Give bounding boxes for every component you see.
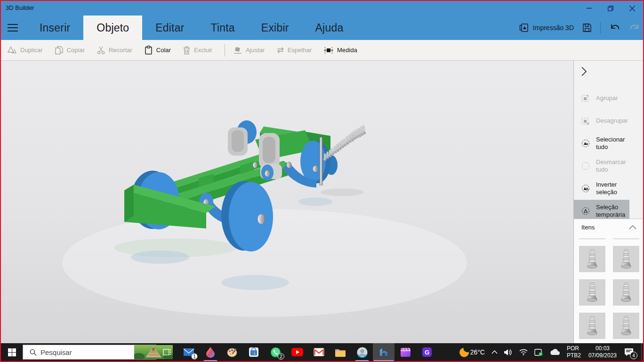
paint-palette-icon <box>227 347 238 357</box>
chevron-up-icon[interactable] <box>629 225 636 229</box>
taskbar-app-file-explorer[interactable] <box>330 343 351 361</box>
desmarcar-tudo-button[interactable]: Desmarcar tudo <box>574 155 629 177</box>
item-thumbnail-screw[interactable] <box>613 279 639 306</box>
wifi-button[interactable] <box>516 343 531 361</box>
taskbar-search[interactable] <box>23 345 156 360</box>
clipchamp-icon <box>400 347 411 357</box>
select-all-icon <box>581 139 590 148</box>
taskbar-app-gmail[interactable] <box>308 343 330 361</box>
espelhar-button[interactable]: ⇄ Espelhar <box>277 46 312 54</box>
save-icon <box>582 23 592 32</box>
phone-link-button[interactable] <box>531 343 546 361</box>
item-thumbnail-screw[interactable] <box>579 279 605 306</box>
taskbar-app-paint[interactable] <box>221 343 243 361</box>
titlebar: 3D Builder <box>1 1 643 16</box>
g-app-icon: G <box>422 347 432 357</box>
ajustar-button[interactable]: Ajustar <box>233 46 265 54</box>
item-thumbnail-screw[interactable] <box>613 246 639 272</box>
menubar-divider <box>600 22 601 34</box>
taskbar-app-whatsapp[interactable]: 2 <box>265 343 286 361</box>
save-button[interactable] <box>582 23 592 32</box>
mirror-icon: ⇄ <box>277 46 283 54</box>
collapse-panel-button[interactable] <box>580 66 592 78</box>
ungroup-icon <box>581 117 590 125</box>
print3d-button[interactable]: Impressão 3D <box>519 23 574 32</box>
item-thumbnail-screw[interactable] <box>579 246 605 272</box>
close-button[interactable] <box>621 1 643 16</box>
desagrupar-button[interactable]: Desagrupar <box>574 110 629 132</box>
invert-selection-icon <box>581 184 590 193</box>
clock[interactable]: 00:03 07/09/2023 <box>585 345 620 359</box>
weather-button[interactable]: 26°C <box>456 343 488 361</box>
tab-inserir[interactable]: Inserir <box>26 16 83 40</box>
hamburger-menu-icon[interactable] <box>8 24 18 31</box>
moon-weather-icon <box>459 347 469 357</box>
copiar-button[interactable]: Copiar <box>55 46 85 55</box>
redo-button[interactable] <box>629 23 640 33</box>
undo-button[interactable] <box>609 23 620 33</box>
search-input[interactable] <box>37 348 134 356</box>
restore-button[interactable] <box>600 1 621 16</box>
taskbar-app-store[interactable] <box>243 343 265 361</box>
colar-button[interactable]: Colar <box>145 46 171 55</box>
excluir-button[interactable]: Excluir <box>183 46 212 55</box>
taskbar: 1 2 <box>1 343 643 361</box>
recortar-button[interactable]: Recortar <box>97 46 132 55</box>
item-thumbnail-screw[interactable] <box>613 313 639 339</box>
language-indicator[interactable]: POR PTB2 <box>563 345 585 359</box>
volume-button[interactable] <box>501 343 516 361</box>
colar-label: Colar <box>156 47 171 54</box>
wifi-icon <box>519 349 528 355</box>
tab-objeto[interactable]: Objeto <box>83 16 142 40</box>
start-button[interactable] <box>1 343 23 361</box>
gmail-icon <box>314 348 324 356</box>
itens-header: Itens <box>574 219 643 234</box>
selection-sidebar: Agrupar Desagrupar Selecionar tudo Desma… <box>573 61 643 343</box>
inverter-selecao-button[interactable]: Inverter seleção <box>574 177 629 200</box>
minimize-button[interactable] <box>578 1 600 16</box>
temperature-label: 26°C <box>470 348 485 356</box>
phone-link-icon <box>534 349 543 356</box>
temporary-selection-icon <box>581 207 590 215</box>
item-thumbnail-screw[interactable] <box>579 313 605 339</box>
onedrive-button[interactable] <box>546 343 563 361</box>
svg-text:G: G <box>425 349 429 356</box>
clock-time: 00:03 <box>588 345 617 352</box>
duplicar-button[interactable]: Duplicar <box>8 46 43 54</box>
itens-title: Itens <box>581 224 595 231</box>
screen: 3D Builder Inserir Objeto Editar Tinta E… <box>0 0 644 362</box>
recortar-label: Recortar <box>109 47 132 54</box>
taskbar-app-mail[interactable]: 1 <box>178 343 200 361</box>
restore-icon <box>608 6 613 11</box>
paint3d-drop-icon <box>206 346 215 358</box>
desmarcar-tudo-label: Desmarcar tudo <box>596 158 629 174</box>
taskbar-app-profile[interactable] <box>351 343 373 361</box>
action-center-button[interactable]: 4 <box>620 343 640 361</box>
taskbar-app-3dbuilder-active[interactable] <box>373 343 394 361</box>
taskbar-app-paint3d[interactable] <box>200 343 221 361</box>
3d-viewport[interactable] <box>1 61 573 343</box>
microsoft-store-icon <box>249 347 259 357</box>
clock-date: 07/09/2023 <box>588 352 617 359</box>
measure-icon <box>324 47 333 54</box>
tab-editar[interactable]: Editar <box>142 16 197 40</box>
3d-model-car-chassis <box>1 61 573 343</box>
taskbar-app-clipchamp[interactable] <box>394 343 416 361</box>
agrupar-button[interactable]: Agrupar <box>574 87 629 110</box>
medida-button[interactable]: Medida <box>324 47 357 54</box>
tab-tinta[interactable]: Tinta <box>198 16 248 40</box>
tray-overflow-button[interactable] <box>488 343 501 361</box>
3d-builder-icon <box>378 346 389 358</box>
task-view-button[interactable] <box>156 343 178 361</box>
show-desktop-button[interactable] <box>641 343 643 361</box>
print3d-icon <box>519 23 529 32</box>
tab-exibir[interactable]: Exibir <box>248 16 302 40</box>
duplicar-label: Duplicar <box>20 47 43 54</box>
selecionar-tudo-button[interactable]: Selecionar tudo <box>574 132 629 155</box>
taskbar-app-youtube[interactable] <box>286 343 308 361</box>
ribbon-tabs: Inserir Objeto Editar Tinta Exibir Ajuda <box>26 16 356 40</box>
toolbar-divider <box>225 44 225 56</box>
settle-icon <box>233 46 242 54</box>
tab-ajuda[interactable]: Ajuda <box>302 16 357 40</box>
taskbar-app-g[interactable]: G <box>416 343 438 361</box>
